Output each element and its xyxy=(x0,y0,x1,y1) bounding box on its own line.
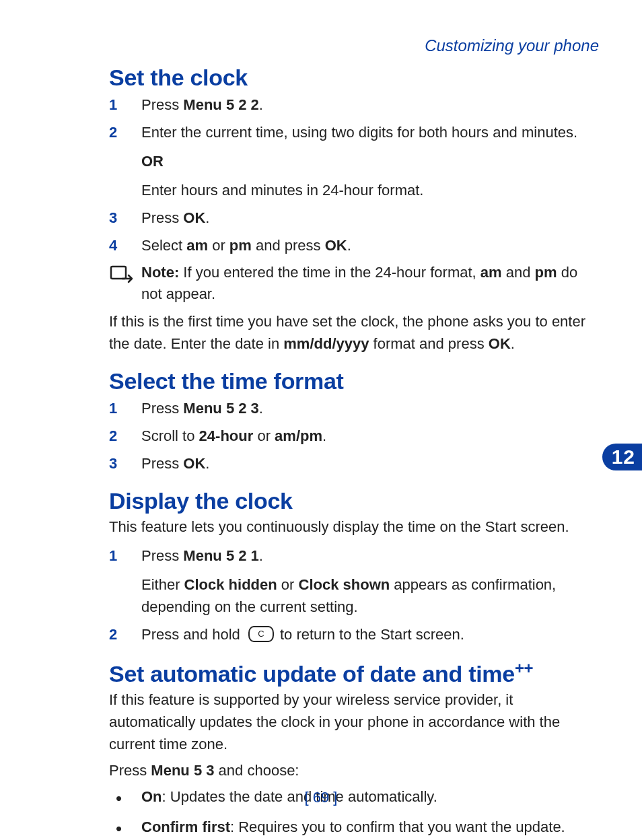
steps-set-the-clock: Press Menu 5 2 2. Enter the current time… xyxy=(109,94,599,256)
text: or xyxy=(208,237,229,254)
bold: pm xyxy=(535,264,557,281)
text: Either xyxy=(141,576,184,593)
svg-rect-0 xyxy=(111,267,126,279)
text: Enter the current time, using two digits… xyxy=(141,124,577,141)
text: Press xyxy=(141,547,183,564)
note-block: Note: If you entered the time in the 24-… xyxy=(109,262,599,305)
bold: Menu 5 2 1 xyxy=(183,547,258,564)
step-item: Press and hold C to return to the Start … xyxy=(109,623,599,645)
bold: am xyxy=(186,237,208,254)
text: and xyxy=(502,264,535,281)
text: Press and hold xyxy=(141,626,244,643)
step-item: Press Menu 5 2 1. Either Clock hidden or… xyxy=(109,545,599,618)
heading-text: Set automatic update of date and time xyxy=(109,661,515,687)
bold: Note: xyxy=(141,264,179,281)
text: . xyxy=(347,237,351,254)
bold: Menu 5 3 xyxy=(151,762,214,779)
bold: OK xyxy=(183,455,205,472)
step-item: Press Menu 5 2 3. xyxy=(109,397,599,419)
sub-paragraph: Either Clock hidden or Clock shown appea… xyxy=(141,573,599,618)
text: . xyxy=(511,335,515,352)
bold: OK xyxy=(489,335,511,352)
heading-set-the-clock: Set the clock xyxy=(109,65,599,91)
bold: Clock hidden xyxy=(184,576,277,593)
text: and press xyxy=(252,237,325,254)
bold: Menu 5 2 2 xyxy=(183,96,258,113)
c-key-icon: C xyxy=(248,626,274,642)
step-item: Enter the current time, using two digits… xyxy=(109,121,599,201)
steps-display-the-clock: Press Menu 5 2 1. Either Clock hidden or… xyxy=(109,545,599,645)
step-item: Press OK. xyxy=(109,452,599,475)
or-label: OR xyxy=(141,150,599,172)
heading-select-time-format: Select the time format xyxy=(109,368,599,394)
text: Press xyxy=(141,455,183,472)
list-item: Confirm first: Requires you to confirm t… xyxy=(109,816,599,838)
text: Scroll to xyxy=(141,427,199,444)
bold: OK xyxy=(183,209,205,226)
step-item: Select am or pm and press OK. xyxy=(109,234,599,256)
note-text: Note: If you entered the time in the 24-… xyxy=(141,262,599,305)
text: . xyxy=(205,455,209,472)
text: . xyxy=(322,427,326,444)
paragraph: If this is the first time you have set t… xyxy=(109,310,599,355)
text: format and press xyxy=(369,335,488,352)
steps-select-time-format: Press Menu 5 2 3. Scroll to 24-hour or a… xyxy=(109,397,599,475)
bold: OK xyxy=(325,237,347,254)
bold: mm/dd/yyyy xyxy=(283,335,369,352)
note-icon xyxy=(109,265,133,285)
bold: am xyxy=(480,264,502,281)
text: . xyxy=(205,209,209,226)
page-number: [ 69 ] xyxy=(0,789,642,806)
bold: Confirm first xyxy=(141,818,230,835)
text: : Requires you to confirm that you want … xyxy=(230,818,565,835)
bold: Clock shown xyxy=(299,576,390,593)
step-item: Scroll to 24-hour or am/pm. xyxy=(109,425,599,447)
bold: 24-hour xyxy=(199,427,254,444)
text: . xyxy=(259,400,263,417)
text: . xyxy=(259,547,263,564)
text: Enter hours and minutes in 24-hour forma… xyxy=(141,179,599,201)
text: Press xyxy=(141,96,183,113)
bold: am/pm xyxy=(275,427,322,444)
paragraph: Press Menu 5 3 and choose: xyxy=(109,759,599,781)
text: or xyxy=(253,427,275,444)
heading-sup: ++ xyxy=(515,659,533,677)
paragraph: This feature lets you continuously displ… xyxy=(109,516,599,538)
bold: pm xyxy=(229,237,252,254)
text: Press xyxy=(141,400,183,417)
text: to return to the Start screen. xyxy=(276,626,464,643)
chapter-header: Customizing your phone xyxy=(109,36,599,55)
paragraph: If this feature is supported by your wir… xyxy=(109,689,599,755)
page-container: Customizing your phone Set the clock Pre… xyxy=(0,0,642,840)
heading-display-the-clock: Display the clock xyxy=(109,488,599,514)
text: If you entered the time in the 24-hour f… xyxy=(179,264,480,281)
text: Press xyxy=(141,209,183,226)
heading-auto-update: Set automatic update of date and time++ xyxy=(109,659,599,687)
step-item: Press Menu 5 2 2. xyxy=(109,94,599,116)
text: Select xyxy=(141,237,186,254)
chapter-tab: 12 xyxy=(602,444,642,470)
text: . xyxy=(259,96,263,113)
step-item: Press OK. xyxy=(109,207,599,229)
bold: Menu 5 2 3 xyxy=(183,400,258,417)
text: and choose: xyxy=(215,762,299,779)
text: or xyxy=(277,576,299,593)
text: Press xyxy=(109,762,151,779)
